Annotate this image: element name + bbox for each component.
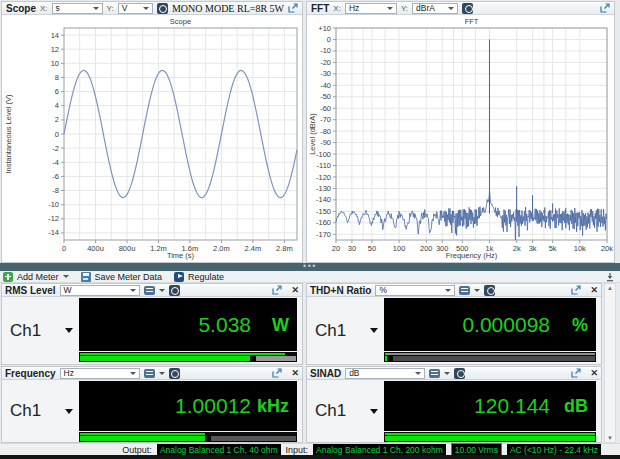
svg-text:100: 100: [393, 244, 406, 253]
svg-text:-30: -30: [320, 69, 331, 78]
regulate-button[interactable]: Regulate: [188, 272, 224, 282]
svg-text:-50: -50: [320, 92, 331, 101]
meter-popout-icon[interactable]: [272, 368, 282, 378]
add-meter-button[interactable]: Add Meter: [17, 272, 59, 282]
pin-icon[interactable]: [605, 272, 615, 282]
svg-text:-100: -100: [316, 150, 331, 159]
meter-settings-icon[interactable]: [454, 368, 465, 379]
scope-x-label: X:: [40, 4, 48, 13]
svg-text:FFT: FFT: [465, 17, 479, 26]
meter-popout-icon[interactable]: [571, 368, 581, 378]
meter-popout-icon[interactable]: [571, 285, 581, 295]
meter-settings-icon[interactable]: [169, 285, 180, 296]
meter-close-icon[interactable]: ✕: [291, 368, 299, 378]
scope-panel-title: Scope: [6, 3, 36, 14]
chevron-down-icon: [445, 289, 451, 292]
meter-scale-icon[interactable]: [144, 369, 155, 378]
svg-text:5k: 5k: [549, 244, 557, 253]
svg-text:20: 20: [332, 244, 340, 253]
svg-text:1.2m: 1.2m: [150, 244, 167, 253]
channel-selector[interactable]: Ch1: [2, 380, 79, 442]
chevron-down-icon[interactable]: [444, 372, 450, 375]
svg-text:12: 12: [51, 45, 59, 54]
meter-unit-select[interactable]: Hz: [60, 368, 140, 379]
svg-text:Instantaneous Level (V): Instantaneous Level (V): [4, 94, 13, 174]
svg-text:-90: -90: [320, 138, 331, 147]
meter-scale-icon[interactable]: [144, 286, 155, 295]
svg-text:-10: -10: [48, 200, 59, 209]
svg-text:30: 30: [348, 244, 356, 253]
apx500-app: { "colors": { "meter_text_green": "#1bd1…: [0, 0, 620, 459]
scope-y-label: Y:: [107, 4, 114, 13]
meter-name: SINAD: [310, 368, 341, 379]
meter-header: Frequency Hz ✕: [2, 367, 302, 380]
svg-text:-10: -10: [320, 46, 331, 55]
svg-text:Scope: Scope: [170, 17, 191, 26]
chevron-down-icon[interactable]: [474, 289, 480, 292]
scroll-down-icon[interactable]: ▼: [605, 435, 615, 441]
chevron-down-icon: [130, 372, 136, 375]
meter-close-icon[interactable]: ✕: [291, 285, 299, 295]
svg-text:-6: -6: [52, 172, 59, 181]
scope-popout-icon[interactable]: [288, 3, 298, 13]
output-label: Output:: [122, 445, 152, 455]
chevron-down-icon[interactable]: [159, 372, 165, 375]
svg-text:-2: -2: [52, 144, 59, 153]
meter-panel-sinad: SINAD dB ✕ Ch1 120.144 dB: [306, 366, 602, 443]
meter-name: Frequency: [5, 368, 56, 379]
meter-scale-icon[interactable]: [429, 369, 440, 378]
meter-display: 5.038 W: [79, 298, 297, 351]
meter-unit-select[interactable]: %: [375, 285, 455, 296]
meters-scrollbar[interactable]: ▲ ▼: [604, 283, 616, 443]
add-meter-dropdown-icon[interactable]: [63, 275, 69, 278]
fft-panel-header: FFT X: Hz Y: dBrA: [307, 2, 614, 15]
meter-popout-icon[interactable]: [272, 285, 282, 295]
meter-display: 120.144 dB: [384, 381, 596, 431]
channel-selector[interactable]: Ch1: [2, 297, 79, 364]
fft-popout-icon[interactable]: [600, 3, 610, 13]
svg-text:-80: -80: [320, 127, 331, 136]
fft-x-unit-select[interactable]: Hz: [345, 3, 397, 14]
meter-value: 5.038: [198, 313, 251, 337]
meter-level-bar: [79, 352, 297, 362]
meter-unit: W: [272, 314, 289, 335]
save-meter-data-button[interactable]: Save Meter Data: [95, 272, 163, 282]
splitter-handle[interactable]: •••: [0, 263, 620, 271]
fft-settings-icon[interactable]: [462, 3, 473, 14]
meter-settings-icon[interactable]: [169, 368, 180, 379]
svg-text:Time (s): Time (s): [167, 251, 195, 260]
regulate-icon: [174, 272, 184, 282]
scope-mode-note: MONO MODE RL=8R 5W: [172, 3, 284, 14]
meter-unit: dB: [564, 396, 588, 417]
meter-close-icon[interactable]: ✕: [590, 285, 598, 295]
scroll-up-icon[interactable]: ▲: [605, 285, 615, 291]
svg-text:8: 8: [55, 73, 59, 82]
svg-text:10: 10: [51, 59, 59, 68]
input-label: Input:: [286, 445, 309, 455]
channel-label: Ch1: [315, 401, 346, 421]
meter-close-icon[interactable]: ✕: [590, 368, 598, 378]
meter-value: 0.000098: [462, 313, 550, 337]
meter-unit-select[interactable]: W: [60, 285, 140, 296]
meter-settings-icon[interactable]: [484, 285, 495, 296]
fft-y-unit-select[interactable]: dBrA: [412, 3, 458, 14]
meter-scale-icon[interactable]: [459, 286, 470, 295]
meter-unit-select[interactable]: dB: [345, 368, 425, 379]
svg-text:-70: -70: [320, 115, 331, 124]
chevron-down-icon: [65, 409, 73, 414]
status-bar: Output: Analog Balanced 1 Ch, 40 ohm Inp…: [0, 443, 620, 455]
channel-selector[interactable]: Ch1: [307, 380, 384, 442]
svg-text:200: 200: [420, 244, 433, 253]
meter-level-bar: [79, 432, 297, 442]
chevron-down-icon[interactable]: [159, 289, 165, 292]
svg-text:-140: -140: [316, 195, 331, 204]
channel-selector[interactable]: Ch1: [307, 297, 384, 364]
scope-settings-icon[interactable]: [157, 3, 168, 14]
svg-text:400u: 400u: [87, 244, 104, 253]
meter-name: THD+N Ratio: [310, 285, 371, 296]
scope-y-unit-select[interactable]: V: [118, 3, 153, 14]
svg-text:0: 0: [55, 130, 59, 139]
meter-display: 0.000098 %: [384, 298, 596, 351]
save-meter-data-icon: [81, 272, 91, 282]
scope-x-unit-select[interactable]: s: [52, 3, 103, 14]
